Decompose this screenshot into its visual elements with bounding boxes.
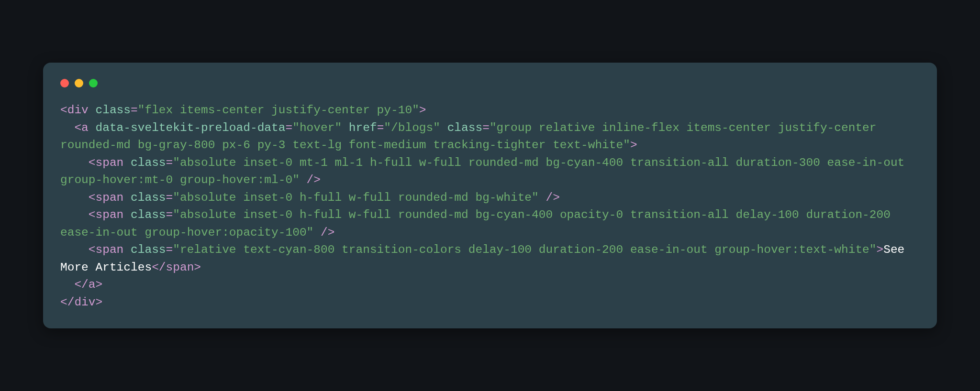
code-token: div [74,296,95,309]
code-token: > [630,139,637,152]
code-token: span [96,243,124,256]
code-token: span [96,208,124,221]
zoom-icon [89,79,98,87]
code-token [123,243,131,256]
code-token: "/blogs" [384,121,440,134]
code-token: </ [60,296,74,309]
code-token [123,191,131,204]
code-token: span [96,191,124,204]
code-token: span [96,156,124,169]
code-token: < [60,191,96,204]
code-token: > [194,261,201,274]
code-token: "absolute inset-0 mt-1 ml-1 h-full w-ful… [60,156,912,187]
code-token: = [166,156,173,169]
code-token: class [96,104,131,117]
code-token: "absolute inset-0 h-full w-full rounded-… [60,208,898,239]
code-token [123,156,131,169]
code-token: = [377,121,384,134]
code-token: a [89,278,96,291]
code-token: </ [60,278,89,291]
code-token: href [349,121,377,134]
code-token [342,121,349,134]
code-token: = [482,121,490,134]
code-token: < [60,243,96,256]
code-token: < [60,121,81,134]
code-token: > [419,104,426,117]
code-token: "relative text-cyan-800 transition-color… [173,243,876,256]
code-token: = [166,191,173,204]
code-token: div [67,104,89,117]
code-token: data-sveltekit-preload-data [96,121,286,134]
code-token: < [60,208,96,221]
code-token: > [877,243,884,256]
code-token: > [96,296,103,309]
code-block: <div class="flex items-center justify-ce… [60,102,920,311]
code-token [89,104,96,117]
code-token: class [131,191,166,204]
code-token: "flex items-center justify-center py-10" [138,104,419,117]
code-token: class [131,243,166,256]
code-token: /> [300,174,321,186]
code-token: class [131,208,166,221]
code-token: = [285,121,292,134]
traffic-lights [60,79,920,87]
code-token: class [131,156,166,169]
code-token: > [96,278,103,291]
code-token: span [166,261,194,274]
minimize-icon [75,79,83,87]
code-token: "hover" [292,121,342,134]
code-token: < [60,156,96,169]
code-token: /> [313,226,334,239]
code-token: < [60,104,67,117]
code-token: /> [539,191,560,204]
code-token: = [131,104,138,117]
close-icon [60,79,69,87]
code-token: = [166,243,173,256]
code-token [89,121,96,134]
code-token [440,121,447,134]
code-token: = [166,208,173,221]
code-token: </ [152,261,166,274]
code-token: a [81,121,89,134]
code-token: "absolute inset-0 h-full w-full rounded-… [173,191,539,204]
code-token: class [447,121,483,134]
code-window: <div class="flex items-center justify-ce… [43,63,937,328]
code-token [123,208,131,221]
